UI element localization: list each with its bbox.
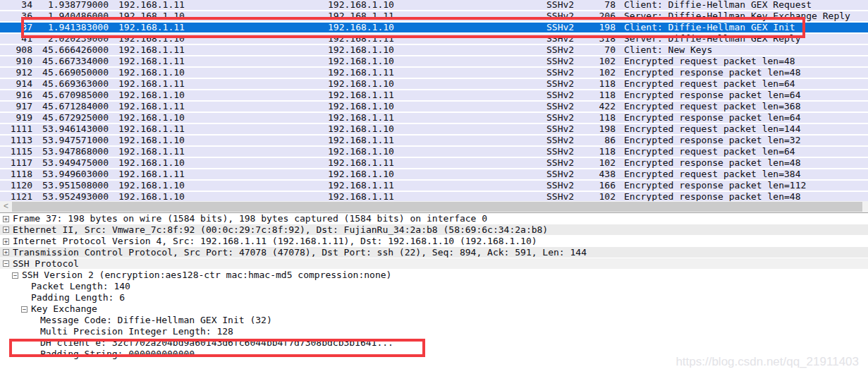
expand-icon[interactable]: + [3, 249, 9, 255]
packet-destination: 192.168.1.11 [328, 11, 546, 21]
detail-row[interactable]: +Transmission Control Protocol, Src Port… [0, 247, 868, 258]
packet-protocol: SSHv2 [546, 56, 585, 66]
packet-info: Encrypted response packet len=48 [616, 68, 868, 78]
packet-length: 118 [585, 90, 616, 100]
packet-length: 78 [585, 0, 616, 10]
packet-info: Server: Diffie-Hellman Key Exchange Repl… [616, 11, 868, 21]
packet-no: 1118 [0, 169, 32, 179]
horizontal-scrollbar[interactable]: < [0, 201, 868, 212]
packet-detail-pane: +Frame 37: 198 bytes on wire (1584 bits)… [0, 212, 868, 374]
packet-no: 1117 [0, 158, 32, 168]
packet-row[interactable]: 1118 53.949603000 192.168.1.11 192.168.1… [0, 169, 868, 181]
detail-row[interactable]: Padding Length: 6 [0, 292, 868, 303]
detail-row-text: DH client e: 32cf702a204bd9a60143d6fc604… [40, 337, 393, 349]
collapse-icon[interactable]: − [21, 306, 27, 313]
detail-row[interactable]: Padding String: 000000000000 [0, 349, 868, 360]
packet-info: Encrypted response packet len=48 [616, 158, 868, 168]
packet-time: 45.667334000 [32, 56, 109, 66]
packet-destination: 192.168.1.10 [328, 45, 546, 55]
packet-row[interactable]: 1111 53.946143000 192.168.1.11 192.168.1… [0, 124, 868, 135]
packet-row[interactable]: 914 45.669363000 192.168.1.11 192.168.1.… [0, 79, 868, 90]
packet-info: Client: Diffie-Hellman GEX Request [616, 0, 868, 10]
packet-row[interactable]: 36 1.940486000 192.168.1.10 192.168.1.11… [0, 11, 868, 23]
packet-source: 192.168.1.10 [109, 90, 328, 100]
packet-time: 2.020239000 [32, 34, 109, 44]
packet-length: 102 [585, 68, 616, 78]
packet-time: 53.947868000 [32, 147, 109, 157]
detail-row[interactable]: +Frame 37: 198 bytes on wire (1584 bits)… [0, 213, 868, 224]
packet-no: 36 [0, 11, 32, 21]
packet-row[interactable]: 41 2.020239000 192.168.1.10 192.168.1.11… [0, 34, 868, 45]
packet-row[interactable]: 1120 53.951508000 192.168.1.10 192.168.1… [0, 181, 868, 192]
packet-row[interactable]: 908 45.666426000 192.168.1.11 192.168.1.… [0, 45, 868, 56]
packet-row[interactable]: 1113 53.947571000 192.168.1.10 192.168.1… [0, 135, 868, 147]
collapse-icon[interactable]: − [3, 260, 9, 267]
packet-destination: 192.168.1.10 [328, 0, 546, 10]
tree-indent [0, 354, 30, 355]
detail-row-text: Multi Precision Integer Length: 128 [40, 326, 233, 337]
tree-indent [0, 332, 30, 332]
packet-info: Client: New Keys [616, 45, 868, 55]
detail-row[interactable]: +Internet Protocol Version 4, Src: 192.1… [0, 236, 868, 247]
packet-protocol: SSHv2 [546, 135, 585, 145]
tree-indent [0, 309, 21, 310]
detail-row-text: SSH Protocol [13, 258, 79, 270]
detail-row[interactable]: Multi Precision Integer Length: 128 [0, 326, 868, 337]
detail-row[interactable]: DH client e: 32cf702a204bd9a60143d6fc604… [0, 337, 868, 349]
detail-row[interactable]: −Key Exchange [0, 303, 868, 315]
packet-length: 102 [585, 158, 616, 168]
detail-row[interactable]: Packet Length: 140 [0, 281, 868, 292]
packet-time: 45.669050000 [32, 68, 109, 78]
packet-row[interactable]: 37 1.941383000 192.168.1.11 192.168.1.10… [0, 23, 868, 34]
packet-row[interactable]: 910 45.667334000 192.168.1.11 192.168.1.… [0, 56, 868, 68]
packet-no: 37 [0, 23, 32, 32]
packet-length: 70 [585, 45, 616, 55]
packet-info: Encrypted request packet len=384 [616, 169, 868, 179]
packet-protocol: SSHv2 [546, 45, 585, 55]
packet-destination: 192.168.1.10 [328, 102, 546, 111]
packet-info: Encrypted request packet len=368 [616, 102, 868, 111]
packet-source: 192.168.1.11 [109, 23, 328, 32]
packet-source: 192.168.1.10 [109, 192, 328, 202]
expand-icon[interactable]: + [3, 227, 9, 233]
packet-no: 1120 [0, 181, 32, 191]
packet-row[interactable]: 917 45.671284000 192.168.1.11 192.168.1.… [0, 102, 868, 113]
packet-protocol: SSHv2 [546, 192, 585, 202]
packet-length: 438 [585, 169, 616, 179]
expand-icon[interactable]: + [3, 239, 9, 245]
packet-row[interactable]: 1115 53.947868000 192.168.1.11 192.168.1… [0, 147, 868, 158]
packet-row[interactable]: 1121 53.952493000 192.168.1.10 192.168.1… [0, 192, 868, 202]
packet-length: 166 [585, 181, 616, 191]
packet-time: 1.941383000 [32, 23, 109, 32]
packet-source: 192.168.1.11 [109, 45, 328, 55]
packet-source: 192.168.1.10 [109, 135, 328, 145]
packet-row[interactable]: 1117 53.949475000 192.168.1.10 192.168.1… [0, 158, 868, 169]
packet-row[interactable]: 912 45.669050000 192.168.1.10 192.168.1.… [0, 68, 868, 79]
packet-destination: 192.168.1.11 [328, 68, 546, 78]
packet-no: 910 [0, 56, 32, 66]
detail-row-text: Frame 37: 198 bytes on wire (1584 bits),… [13, 213, 487, 224]
packet-length: 198 [585, 124, 616, 134]
packet-source: 192.168.1.11 [109, 169, 328, 179]
chevron-left-icon: < [4, 201, 8, 211]
expand-icon[interactable]: + [3, 216, 9, 222]
detail-row[interactable]: Message Code: Diffie-Hellman GEX Init (3… [0, 315, 868, 326]
packet-protocol: SSHv2 [546, 124, 585, 134]
packet-row[interactable]: 34 1.938779000 192.168.1.11 192.168.1.10… [0, 0, 868, 11]
detail-row-text: Ethernet II, Src: Vmware_7c:8f:92 (00:0c… [13, 224, 548, 236]
packet-info: Encrypted response packet len=64 [616, 90, 868, 100]
packet-time: 53.949603000 [32, 169, 109, 179]
detail-row[interactable]: −SSH Version 2 (encryption:aes128-ctr ma… [0, 270, 868, 281]
packet-protocol: SSHv2 [546, 11, 585, 21]
scrollbar-thumb[interactable] [12, 202, 862, 212]
detail-row[interactable]: +Ethernet II, Src: Vmware_7c:8f:92 (00:0… [0, 224, 868, 236]
packet-length: 118 [585, 147, 616, 157]
collapse-icon[interactable]: − [12, 272, 18, 279]
packet-list-pane: 34 1.938779000 192.168.1.11 192.168.1.10… [0, 0, 868, 202]
packet-row[interactable]: 919 45.672925000 192.168.1.10 192.168.1.… [0, 113, 868, 124]
detail-row[interactable]: −SSH Protocol [0, 258, 868, 270]
packet-row[interactable]: 916 45.670985000 192.168.1.10 192.168.1.… [0, 90, 868, 102]
scroll-left-button[interactable]: < [0, 201, 12, 212]
packet-source: 192.168.1.11 [109, 124, 328, 134]
packet-length: 206 [585, 11, 616, 21]
